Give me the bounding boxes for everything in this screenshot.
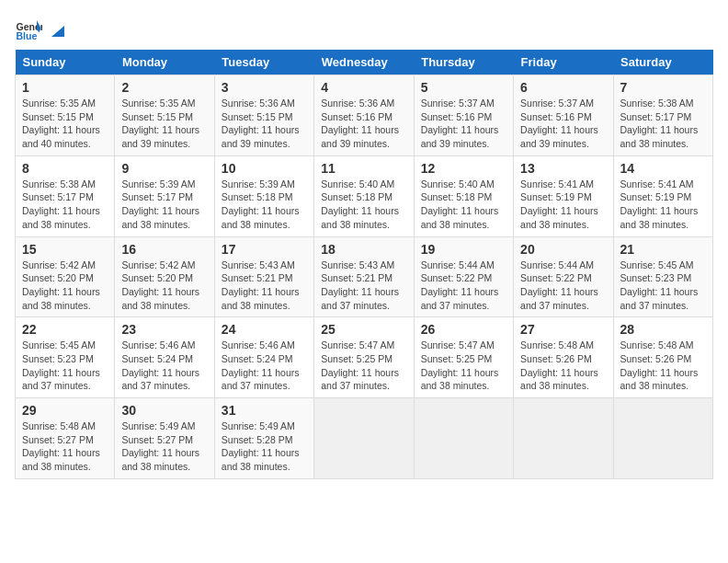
day-info: Sunrise: 5:39 AMSunset: 5:17 PMDaylight:… [121, 178, 207, 232]
calendar-cell: 23 Sunrise: 5:46 AMSunset: 5:24 PMDaylig… [115, 317, 214, 398]
day-info: Sunrise: 5:43 AMSunset: 5:21 PMDaylight:… [321, 259, 406, 313]
day-info: Sunrise: 5:49 AMSunset: 5:28 PMDaylight:… [222, 419, 307, 474]
calendar-cell [314, 398, 414, 479]
calendar-cell: 20 Sunrise: 5:44 AMSunset: 5:22 PMDaylig… [514, 236, 613, 317]
day-number: 8 [22, 161, 108, 176]
calendar-cell: 16 Sunrise: 5:42 AMSunset: 5:20 PMDaylig… [115, 236, 214, 317]
calendar-cell: 25 Sunrise: 5:47 AMSunset: 5:25 PMDaylig… [314, 317, 414, 398]
calendar-cell: 4 Sunrise: 5:36 AMSunset: 5:16 PMDayligh… [314, 75, 414, 156]
calendar-cell: 11 Sunrise: 5:40 AMSunset: 5:18 PMDaylig… [314, 155, 414, 236]
day-number: 28 [620, 322, 706, 337]
day-info: Sunrise: 5:37 AMSunset: 5:16 PMDaylight:… [421, 97, 506, 151]
day-number: 13 [520, 161, 606, 176]
day-number: 6 [520, 80, 606, 95]
calendar-cell: 29 Sunrise: 5:48 AMSunset: 5:27 PMDaylig… [16, 398, 115, 479]
calendar-cell: 2 Sunrise: 5:35 AMSunset: 5:15 PMDayligh… [115, 75, 214, 156]
day-number: 9 [121, 161, 207, 176]
day-header-sunday: Sunday [16, 50, 115, 75]
calendar-cell: 19 Sunrise: 5:44 AMSunset: 5:22 PMDaylig… [414, 236, 513, 317]
day-number: 26 [421, 322, 506, 337]
day-info: Sunrise: 5:36 AMSunset: 5:15 PMDaylight:… [222, 97, 307, 151]
day-info: Sunrise: 5:35 AMSunset: 5:15 PMDaylight:… [121, 97, 207, 151]
logo-triangle [48, 20, 68, 40]
day-info: Sunrise: 5:39 AMSunset: 5:18 PMDaylight:… [222, 178, 307, 232]
calendar-cell [414, 398, 513, 479]
calendar-cell: 3 Sunrise: 5:36 AMSunset: 5:15 PMDayligh… [214, 75, 313, 156]
day-info: Sunrise: 5:36 AMSunset: 5:16 PMDaylight:… [321, 97, 406, 151]
day-number: 7 [620, 80, 706, 95]
calendar-cell: 31 Sunrise: 5:49 AMSunset: 5:28 PMDaylig… [214, 398, 313, 479]
calendar-cell: 6 Sunrise: 5:37 AMSunset: 5:16 PMDayligh… [514, 75, 613, 156]
day-number: 22 [22, 322, 108, 337]
day-number: 27 [520, 322, 606, 337]
day-info: Sunrise: 5:48 AMSunset: 5:26 PMDaylight:… [520, 339, 606, 393]
day-number: 30 [121, 403, 207, 418]
day-info: Sunrise: 5:48 AMSunset: 5:27 PMDaylight:… [22, 419, 108, 474]
svg-text:Blue: Blue [17, 30, 38, 41]
day-number: 17 [222, 242, 307, 257]
calendar-cell: 28 Sunrise: 5:48 AMSunset: 5:26 PMDaylig… [613, 317, 712, 398]
day-number: 31 [222, 403, 307, 418]
logo-icon: General Blue [15, 15, 42, 42]
day-header-wednesday: Wednesday [314, 50, 414, 75]
calendar-cell: 14 Sunrise: 5:41 AMSunset: 5:19 PMDaylig… [613, 155, 712, 236]
day-info: Sunrise: 5:47 AMSunset: 5:25 PMDaylight:… [321, 339, 406, 393]
day-number: 18 [321, 242, 406, 257]
calendar-cell: 5 Sunrise: 5:37 AMSunset: 5:16 PMDayligh… [414, 75, 513, 156]
calendar-cell: 7 Sunrise: 5:38 AMSunset: 5:17 PMDayligh… [613, 75, 712, 156]
page-header: General Blue [15, 15, 713, 42]
day-info: Sunrise: 5:35 AMSunset: 5:15 PMDaylight:… [22, 97, 108, 151]
svg-marker-4 [51, 26, 64, 37]
day-number: 20 [520, 242, 606, 257]
day-header-friday: Friday [514, 50, 613, 75]
calendar-week-2: 8 Sunrise: 5:38 AMSunset: 5:17 PMDayligh… [16, 155, 713, 236]
calendar-week-5: 29 Sunrise: 5:48 AMSunset: 5:27 PMDaylig… [16, 398, 713, 479]
day-number: 29 [22, 403, 108, 418]
day-info: Sunrise: 5:48 AMSunset: 5:26 PMDaylight:… [620, 339, 706, 393]
day-number: 12 [421, 161, 506, 176]
calendar-cell: 1 Sunrise: 5:35 AMSunset: 5:15 PMDayligh… [16, 75, 115, 156]
day-number: 14 [620, 161, 706, 176]
calendar-cell: 21 Sunrise: 5:45 AMSunset: 5:23 PMDaylig… [613, 236, 712, 317]
day-info: Sunrise: 5:42 AMSunset: 5:20 PMDaylight:… [22, 259, 108, 313]
calendar-cell: 12 Sunrise: 5:40 AMSunset: 5:18 PMDaylig… [414, 155, 513, 236]
calendar-table: SundayMondayTuesdayWednesdayThursdayFrid… [15, 50, 713, 479]
calendar-cell [613, 398, 712, 479]
day-info: Sunrise: 5:44 AMSunset: 5:22 PMDaylight:… [421, 259, 506, 313]
day-info: Sunrise: 5:41 AMSunset: 5:19 PMDaylight:… [620, 178, 706, 232]
calendar-cell: 17 Sunrise: 5:43 AMSunset: 5:21 PMDaylig… [214, 236, 313, 317]
day-info: Sunrise: 5:40 AMSunset: 5:18 PMDaylight:… [421, 178, 506, 232]
day-info: Sunrise: 5:49 AMSunset: 5:27 PMDaylight:… [121, 419, 207, 474]
calendar-cell: 10 Sunrise: 5:39 AMSunset: 5:18 PMDaylig… [214, 155, 313, 236]
day-number: 4 [321, 80, 406, 95]
calendar-cell: 8 Sunrise: 5:38 AMSunset: 5:17 PMDayligh… [16, 155, 115, 236]
calendar-cell: 13 Sunrise: 5:41 AMSunset: 5:19 PMDaylig… [514, 155, 613, 236]
calendar-header-row: SundayMondayTuesdayWednesdayThursdayFrid… [16, 50, 713, 75]
day-info: Sunrise: 5:46 AMSunset: 5:24 PMDaylight:… [222, 339, 307, 393]
day-number: 1 [22, 80, 108, 95]
day-info: Sunrise: 5:45 AMSunset: 5:23 PMDaylight:… [22, 339, 108, 393]
calendar-week-1: 1 Sunrise: 5:35 AMSunset: 5:15 PMDayligh… [16, 75, 713, 156]
calendar-week-3: 15 Sunrise: 5:42 AMSunset: 5:20 PMDaylig… [16, 236, 713, 317]
calendar-cell: 18 Sunrise: 5:43 AMSunset: 5:21 PMDaylig… [314, 236, 414, 317]
day-number: 21 [620, 242, 706, 257]
day-info: Sunrise: 5:37 AMSunset: 5:16 PMDaylight:… [520, 97, 606, 151]
day-header-saturday: Saturday [613, 50, 712, 75]
day-number: 3 [222, 80, 307, 95]
day-number: 5 [421, 80, 506, 95]
day-info: Sunrise: 5:46 AMSunset: 5:24 PMDaylight:… [121, 339, 207, 393]
day-info: Sunrise: 5:38 AMSunset: 5:17 PMDaylight:… [22, 178, 108, 232]
logo: General Blue [15, 15, 68, 42]
day-header-monday: Monday [115, 50, 214, 75]
day-header-thursday: Thursday [414, 50, 513, 75]
day-number: 10 [222, 161, 307, 176]
day-info: Sunrise: 5:47 AMSunset: 5:25 PMDaylight:… [421, 339, 506, 393]
calendar-cell: 27 Sunrise: 5:48 AMSunset: 5:26 PMDaylig… [514, 317, 613, 398]
day-info: Sunrise: 5:43 AMSunset: 5:21 PMDaylight:… [222, 259, 307, 313]
calendar-cell: 24 Sunrise: 5:46 AMSunset: 5:24 PMDaylig… [214, 317, 313, 398]
calendar-cell: 26 Sunrise: 5:47 AMSunset: 5:25 PMDaylig… [414, 317, 513, 398]
day-info: Sunrise: 5:41 AMSunset: 5:19 PMDaylight:… [520, 178, 606, 232]
calendar-week-4: 22 Sunrise: 5:45 AMSunset: 5:23 PMDaylig… [16, 317, 713, 398]
calendar-cell: 15 Sunrise: 5:42 AMSunset: 5:20 PMDaylig… [16, 236, 115, 317]
day-info: Sunrise: 5:45 AMSunset: 5:23 PMDaylight:… [620, 259, 706, 313]
